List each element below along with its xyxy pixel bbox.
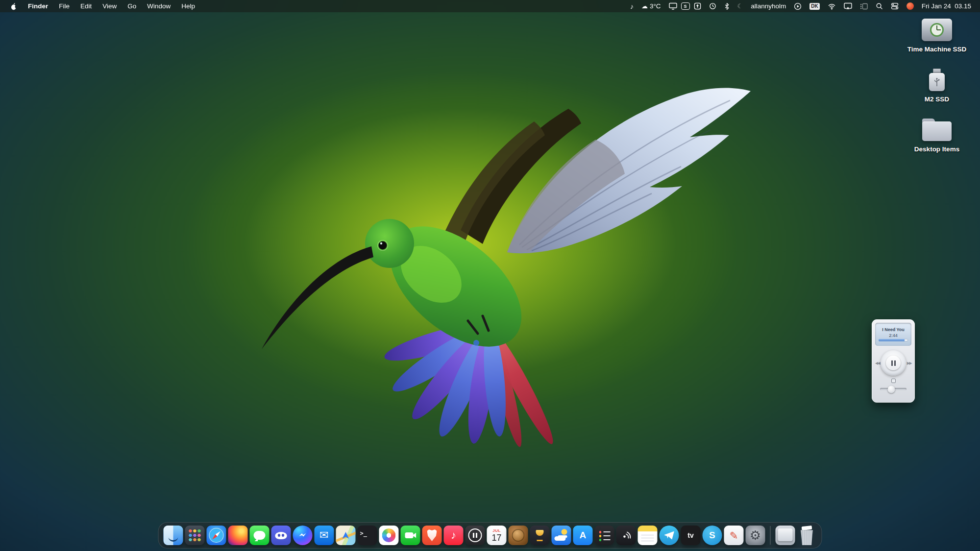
wallpaper-hummingbird <box>0 0 980 551</box>
app-store-letter: A <box>580 530 587 541</box>
menu-file[interactable]: File <box>53 2 75 10</box>
stage-manager-icon[interactable] <box>856 3 872 10</box>
dock-item-calendar[interactable]: JUL 17 <box>487 526 507 545</box>
desktop-icon-m2-ssd[interactable]: M2 SSD <box>898 69 976 103</box>
weather-temp: 3°C <box>650 2 661 10</box>
music-widget-controls <box>875 350 911 376</box>
calendar-day-label: 17 <box>491 533 501 542</box>
volume-slider-knob[interactable] <box>887 385 895 393</box>
desktop-icon-desktop-items[interactable]: Desktop Items <box>898 119 976 153</box>
wifi-icon[interactable] <box>824 3 840 10</box>
dock: >_ JUL 17 A <box>158 522 822 549</box>
bluetooth-icon[interactable] <box>720 2 734 10</box>
track-time: 2:44 <box>889 333 898 338</box>
avatar-icon <box>906 2 914 10</box>
dock-item-speaker-app[interactable] <box>616 526 636 545</box>
menu-window[interactable]: Window <box>142 2 176 10</box>
menu-app-avatar[interactable] <box>903 2 918 10</box>
dock-item-mail[interactable] <box>315 526 334 545</box>
dock-item-pen-app[interactable] <box>724 526 744 545</box>
shottr-icon[interactable]: S <box>681 2 690 10</box>
menu-bar-clock[interactable]: Fri Jan 24 03.15 <box>918 2 975 10</box>
dock-item-trash[interactable] <box>797 526 817 545</box>
time-machine-icon[interactable] <box>705 2 720 10</box>
control-center-icon[interactable] <box>887 2 903 10</box>
previous-track-button[interactable] <box>875 360 880 366</box>
screen-mirroring-icon[interactable] <box>840 2 856 10</box>
dock-item-finder[interactable] <box>164 526 183 545</box>
usb-drive-icon <box>929 69 945 91</box>
dock-item-system-settings[interactable] <box>746 526 765 545</box>
desktop-icon-column: Time Machine SSD M2 SSD Desktop Items <box>898 19 976 153</box>
pause-button[interactable] <box>886 356 901 370</box>
dock-item-weather[interactable] <box>552 526 571 545</box>
active-app-name[interactable]: Finder <box>23 2 53 10</box>
now-playing-icon[interactable] <box>626 2 637 10</box>
track-title: I Need You <box>882 327 905 332</box>
usb-trident-icon <box>933 77 941 87</box>
dock-item-trophy-app[interactable] <box>530 526 550 545</box>
shottr-letter: S <box>684 4 687 9</box>
apple-menu[interactable] <box>5 2 23 10</box>
dock-item-maps[interactable] <box>336 526 356 545</box>
box-arrow-icon[interactable] <box>690 2 705 10</box>
dock-item-firefox[interactable] <box>228 526 248 545</box>
dock-container: >_ JUL 17 A <box>158 522 822 549</box>
menu-bar: Finder File Edit View Go Window Help 3°C… <box>0 0 980 12</box>
dock-item-telegram[interactable] <box>660 526 679 545</box>
usb-connector-icon <box>933 69 941 73</box>
menu-edit[interactable]: Edit <box>75 2 97 10</box>
weather-cloud-icon <box>641 2 648 10</box>
desktop: Finder File Edit View Go Window Help 3°C… <box>0 0 980 551</box>
dock-item-music[interactable] <box>444 526 464 545</box>
user-switcher[interactable]: allannyholm <box>747 2 790 10</box>
dock-item-notes[interactable] <box>638 526 658 545</box>
control-wheel[interactable] <box>881 350 906 376</box>
dock-item-reminders[interactable] <box>595 526 614 545</box>
display-icon[interactable] <box>665 2 681 10</box>
sound-waves-icon <box>620 529 632 541</box>
focus-moon-icon[interactable] <box>734 2 747 10</box>
dock-item-skype[interactable]: S <box>703 526 722 545</box>
desktop-icon-label: M2 SSD <box>925 96 949 103</box>
skype-letter: S <box>709 530 715 541</box>
menu-view[interactable]: View <box>97 2 122 10</box>
music-remote-widget: I Need You 2:44 <box>872 319 915 403</box>
time-machine-drive-icon <box>922 19 952 41</box>
spotlight-search-icon[interactable] <box>872 2 887 10</box>
input-source-label: DK <box>809 3 819 10</box>
track-progress-bar[interactable] <box>879 339 908 341</box>
time-machine-clock-icon <box>930 23 944 37</box>
dock-item-terminal[interactable]: >_ <box>358 526 377 545</box>
usb-body-icon <box>929 73 945 91</box>
play-circle-icon[interactable] <box>790 2 806 10</box>
weather-item[interactable]: 3°C <box>637 2 665 10</box>
menu-go[interactable]: Go <box>122 2 142 10</box>
apple-logo-icon <box>10 2 17 10</box>
dock-item-brown-app[interactable] <box>509 526 528 545</box>
dock-item-safari[interactable] <box>207 526 226 545</box>
terminal-prompt-glyph: >_ <box>360 530 367 537</box>
dock-item-discord[interactable] <box>271 526 291 545</box>
apple-tv-label: tv <box>687 531 693 539</box>
dock-item-messages[interactable] <box>250 526 270 545</box>
dock-separator <box>770 526 771 545</box>
stop-button[interactable] <box>891 379 896 383</box>
next-track-button[interactable] <box>907 360 911 366</box>
dock-item-photos[interactable] <box>379 526 399 545</box>
menu-bar-status: 3°C S <box>626 2 975 10</box>
menu-help[interactable]: Help <box>176 2 200 10</box>
volume-slider[interactable] <box>880 388 907 390</box>
dock-item-app-store[interactable]: A <box>573 526 593 545</box>
desktop-icon-time-machine-ssd[interactable]: Time Machine SSD <box>898 19 976 53</box>
dock-item-messenger[interactable] <box>293 526 313 545</box>
dock-item-launchpad[interactable] <box>185 526 205 545</box>
dock-item-apple-tv[interactable]: tv <box>681 526 701 545</box>
desktop-icon-label: Desktop Items <box>914 145 959 153</box>
dock-item-brave[interactable] <box>422 526 442 545</box>
dock-item-downloads[interactable] <box>776 526 795 545</box>
desktop-icon-label: Time Machine SSD <box>907 46 967 53</box>
dock-item-media-pause[interactable] <box>466 526 485 545</box>
dock-item-facetime[interactable] <box>401 526 420 545</box>
input-source-badge[interactable]: DK <box>806 3 823 10</box>
